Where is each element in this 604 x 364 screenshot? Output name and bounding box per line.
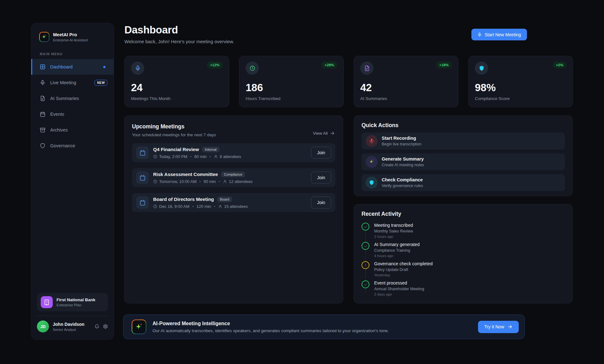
- start-new-meeting-button[interactable]: Start New Meeting: [471, 29, 527, 40]
- meeting-title: Q4 Financial Review: [153, 147, 199, 152]
- sidebar-item-label: Live Meeting: [50, 80, 76, 85]
- main-nav: Dashboard Live Meeting NEW AI Summaries …: [31, 59, 114, 154]
- stat-value: 98%: [475, 82, 566, 94]
- active-dot: [103, 66, 105, 68]
- document-icon: [364, 65, 370, 71]
- page-title: Dashboard: [124, 24, 234, 36]
- meeting-duration: 120 min: [196, 204, 211, 209]
- quick-action-generate-summary[interactable]: Generate Summary Create AI meeting notes: [362, 153, 565, 170]
- view-all-link[interactable]: View All: [313, 131, 335, 136]
- user-icon: [218, 204, 222, 208]
- organization-plan: Enterprise Plan: [57, 303, 95, 307]
- app-logo-row: MeetAI Pro Enterprise AI Assistant: [31, 23, 114, 42]
- banner-description: Our AI automatically transcribes, identi…: [152, 328, 389, 333]
- meeting-tag: Compliance: [221, 172, 245, 177]
- app-subtitle: Enterprise AI Assistant: [53, 38, 88, 42]
- quick-actions-panel: Quick Actions Start Recording Begin live…: [354, 115, 573, 196]
- upcoming-meetings-panel: Upcoming Meetings Your scheduled meeting…: [124, 115, 343, 303]
- new-badge: NEW: [94, 80, 107, 86]
- organization-name: First National Bank: [57, 297, 95, 302]
- meeting-duration: 60 min: [194, 154, 207, 159]
- meeting-time: Dec 18, 9:00 AM: [159, 204, 189, 209]
- meeting-time: Tomorrow, 10:00 AM: [159, 179, 197, 184]
- clock-icon: [153, 204, 157, 208]
- mic-icon: [477, 32, 482, 37]
- quick-action-start-recording[interactable]: Start Recording Begin live transcription: [362, 132, 565, 150]
- user-profile[interactable]: JD John Davidson Senior Analyst: [31, 316, 114, 339]
- arrow-right-icon: [330, 131, 335, 136]
- page-header: Dashboard Welcome back, John! Here's you…: [124, 24, 234, 44]
- clock-icon: [153, 155, 157, 159]
- stat-card-summaries: +18% 42 AI Summaries: [354, 56, 458, 107]
- action-title: Generate Summary: [382, 156, 424, 161]
- stat-label: Meetings This Month: [131, 96, 223, 101]
- check-icon: [364, 244, 368, 248]
- app-name: MeetAI Pro: [53, 32, 88, 37]
- banner-title: AI-Powered Meeting Intelligence: [152, 321, 389, 326]
- join-button[interactable]: Join: [311, 172, 331, 184]
- activity-time: 2 days ago: [374, 292, 424, 296]
- sidebar-item-archives[interactable]: Archives: [31, 122, 114, 138]
- delta-badge: +2%: [553, 62, 566, 68]
- action-subtitle: Begin live transcription: [382, 142, 422, 146]
- sidebar-item-live-meeting[interactable]: Live Meeting NEW: [31, 75, 114, 91]
- check-icon: [364, 283, 368, 286]
- sparkle-icon: [41, 34, 47, 40]
- activity-timeline: Meeting transcribed Monthly Sales Review…: [362, 223, 565, 296]
- try-it-now-button[interactable]: Try It Now: [478, 321, 519, 333]
- activity-subtitle: Compliance Training: [374, 248, 420, 253]
- stat-label: Compliance Score: [475, 96, 566, 101]
- user-icon: [223, 179, 227, 184]
- recent-activity-panel: Recent Activity Meeting transcribed Mont…: [354, 204, 573, 303]
- meeting-tag: Board: [217, 197, 232, 202]
- activity-time: Yesterday: [374, 273, 433, 277]
- activity-time: 2 hours ago: [374, 235, 413, 238]
- panel-title: Upcoming Meetings: [132, 123, 335, 130]
- menu-section-label: MAIN MENU: [31, 42, 114, 59]
- activity-title: Event processed: [374, 280, 424, 285]
- sidebar-item-label: AI Summaries: [50, 96, 79, 101]
- shield-icon: [479, 65, 485, 71]
- meeting-title: Board of Directors Meeting: [153, 197, 214, 202]
- sidebar: MeetAI Pro Enterprise AI Assistant MAIN …: [31, 23, 114, 340]
- activity-subtitle: Policy Update Draft: [374, 267, 433, 272]
- activity-item: AI Summary generated Compliance Training…: [362, 242, 565, 258]
- join-button[interactable]: Join: [311, 147, 331, 159]
- check-icon: [364, 225, 368, 229]
- app-logo: [39, 32, 49, 42]
- join-button[interactable]: Join: [311, 197, 331, 208]
- sparkle-icon: [369, 159, 374, 165]
- sidebar-item-governance[interactable]: Governance: [31, 138, 114, 154]
- stat-label: Hours Transcribed: [246, 96, 337, 101]
- sidebar-item-dashboard[interactable]: Dashboard: [31, 59, 114, 75]
- ai-banner: AI-Powered Meeting Intelligence Our AI a…: [123, 314, 525, 339]
- quick-action-check-compliance[interactable]: Check Compliance Verify governance rules: [362, 174, 565, 191]
- bell-icon[interactable]: [94, 324, 99, 329]
- stat-card-meetings: +12% 24 Meetings This Month: [124, 56, 229, 107]
- sidebar-item-ai-summaries[interactable]: AI Summaries: [31, 91, 114, 106]
- ai-logo: [132, 320, 146, 334]
- sparkle-icon: [135, 323, 143, 331]
- clock-icon: [153, 179, 157, 184]
- meeting-tag: Internal: [202, 147, 219, 152]
- activity-item: Meeting transcribed Monthly Sales Review…: [362, 223, 565, 238]
- meeting-row: Board of Directors Meeting Board Dec 18,…: [132, 193, 335, 212]
- gear-icon[interactable]: [103, 324, 108, 329]
- meeting-time: Today, 2:00 PM: [159, 154, 187, 159]
- stat-value: 186: [246, 82, 337, 94]
- stat-card-compliance: +2% 98% Compliance Score: [468, 56, 573, 107]
- organization-card[interactable]: First National Bank Enterprise Plan: [37, 293, 108, 311]
- stat-value: 42: [360, 82, 452, 94]
- page-subtitle: Welcome back, John! Here's your meeting …: [124, 39, 234, 44]
- activity-subtitle: Monthly Sales Review: [374, 229, 413, 233]
- sidebar-item-events[interactable]: Events: [31, 106, 114, 122]
- activity-item: Event processed Annual Shareholder Meeti…: [362, 280, 565, 296]
- stats-row: +12% 24 Meetings This Month +28% 186 Hou…: [124, 56, 573, 107]
- calendar-icon: [140, 200, 146, 206]
- document-icon: [40, 96, 45, 101]
- sidebar-item-label: Archives: [50, 127, 68, 132]
- meeting-attendees: 12 attendees: [229, 179, 253, 184]
- activity-item: Governance check completed Policy Update…: [362, 261, 565, 277]
- stat-label: AI Summaries: [360, 96, 452, 101]
- meeting-attendees: 8 attendees: [220, 154, 241, 159]
